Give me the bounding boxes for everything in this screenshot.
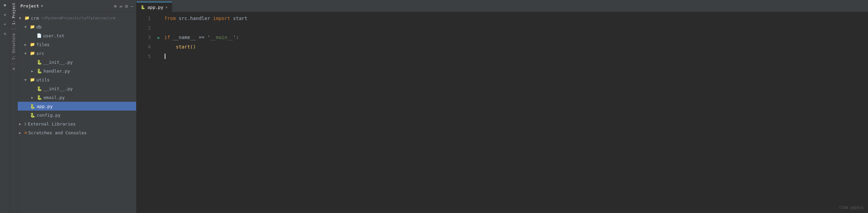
run-button-icon[interactable]: ▶: [158, 35, 160, 40]
tree-label-config: config.py: [37, 113, 60, 118]
arrow-scratches: ▶: [19, 131, 24, 135]
tab-close-button[interactable]: ✕: [165, 5, 168, 9]
file-tree: ▼ 📁 crm ~/PycharmProjects/luffyCourse/cr…: [18, 12, 136, 213]
tree-item-user-txt[interactable]: 📄 user.txt: [18, 31, 136, 40]
tree-item-files[interactable]: ▶ 📁 files: [18, 40, 136, 49]
tree-item-db[interactable]: ▼ 📁 db: [18, 22, 136, 31]
pyfile-icon-email: 🐍: [37, 95, 42, 100]
panel-title: Project: [20, 3, 39, 8]
panel-strip-structure[interactable]: 7: Structure: [11, 31, 16, 62]
activity-bar-project[interactable]: ≡: [1, 1, 9, 9]
activity-bar: ≡ ⊕ ⇌ ⚙: [0, 0, 10, 213]
token-main-str: __main__: [210, 33, 233, 42]
panel-strip: 1: Project 7: Structure ⊞: [10, 0, 18, 213]
editor-area: 🐍 app.py ✕ 1 2 3 4 5 from src.hand: [137, 0, 868, 213]
tree-path-crm: ~/PycharmProjects/luffyCourse/crm: [41, 16, 115, 20]
token-if: if: [164, 33, 170, 42]
token-from: from: [164, 14, 176, 23]
tree-label-ext-lib: External Libraries: [28, 121, 76, 127]
line-number-4: 4: [137, 42, 151, 52]
tree-label-handler: handler.py: [43, 69, 70, 74]
tree-item-init-utils[interactable]: 🐍 __init__.py: [18, 84, 136, 93]
panel-header: Project ▼ ⊕ ⇌ ⚙ —: [18, 0, 136, 12]
editor-tabs: 🐍 app.py ✕: [137, 0, 868, 12]
arrow-email: ▶: [31, 96, 37, 99]
tree-label-user-txt: user.txt: [43, 33, 65, 38]
token-import: import: [213, 14, 230, 23]
line-number-5: 5: [137, 52, 151, 61]
arrow-ext-lib: ▶: [19, 122, 24, 126]
run-gutter-3[interactable]: ▶: [158, 33, 164, 42]
tree-label-db: db: [36, 24, 42, 30]
tree-label-src: src: [36, 51, 44, 56]
tree-item-email[interactable]: ▶ 🐍 email.py: [18, 93, 136, 102]
panel-strip-bottom-icon[interactable]: ⊞: [13, 67, 15, 71]
code-line-4: start(): [158, 42, 868, 52]
tree-item-app[interactable]: 🐍 app.py: [18, 102, 136, 111]
panel-header-left: Project ▼: [20, 3, 43, 8]
token-start: start: [230, 14, 248, 23]
tree-item-src[interactable]: ▼ 📁 src: [18, 49, 136, 58]
tab-label: app.py: [147, 5, 163, 10]
line-number-1: 1: [137, 14, 151, 23]
activity-bar-sync[interactable]: ⇌: [1, 20, 9, 28]
code-lines[interactable]: from src.handler import start ▶ if __nam…: [153, 14, 868, 213]
code-line-1: from src.handler import start: [158, 14, 868, 23]
editor-wrapper: 🐍 app.py ✕ 1 2 3 4 5 from src.hand: [137, 0, 868, 213]
tree-label-app: app.py: [37, 104, 53, 109]
panel-sync-icon[interactable]: ⇌: [120, 3, 122, 9]
arrow-src: ▼: [24, 52, 30, 55]
text-cursor: [165, 54, 165, 59]
tree-item-handler[interactable]: ▶ 🐍 handler.py: [18, 66, 136, 75]
activity-bar-add[interactable]: ⊕: [1, 11, 9, 18]
watermark: CSDN @值秋白: [839, 205, 864, 210]
code-line-5: [158, 52, 868, 61]
pyfile-icon-config: 🐍: [30, 113, 35, 118]
token-quote1: ': [204, 33, 210, 42]
pyfile-icon-app: 🐍: [30, 104, 35, 109]
tree-item-crm[interactable]: ▼ 📁 crm ~/PycharmProjects/luffyCourse/cr…: [18, 14, 136, 22]
tree-label-scratches: Scratches and Consoles: [28, 130, 87, 135]
file-icon-user-txt: 📄: [37, 33, 42, 38]
arrow-files: ▶: [24, 43, 30, 46]
folder-icon-db: 📁: [30, 24, 35, 29]
file-tree-panel: Project ▼ ⊕ ⇌ ⚙ — ▼ 📁 crm ~/PycharmProje…: [18, 0, 137, 213]
tree-item-init-src[interactable]: 🐍 __init__.py: [18, 58, 136, 66]
tree-item-external-libraries[interactable]: ▶ ⫿ External Libraries: [18, 119, 136, 128]
token-start-call: start(): [176, 42, 196, 52]
panel-header-right: ⊕ ⇌ ⚙ —: [114, 3, 133, 9]
scratches-icon: ⚙: [24, 130, 27, 135]
code-line-2: [158, 23, 868, 33]
pyfile-icon-init-src: 🐍: [37, 60, 42, 65]
code-line-3: ▶ if __name__ == '__main__':: [158, 33, 868, 42]
line-number-2: 2: [137, 23, 151, 33]
tree-item-scratches[interactable]: ▶ ⚙ Scratches and Consoles: [18, 128, 136, 137]
token-quote2: ':: [233, 33, 239, 42]
line-numbers: 1 2 3 4 5: [137, 14, 153, 213]
panel-add-icon[interactable]: ⊕: [114, 3, 116, 9]
pyfile-icon-handler: 🐍: [37, 69, 42, 74]
token-eq: ==: [199, 33, 204, 42]
tree-label-utils: utils: [36, 77, 50, 82]
tree-label-crm: crm: [31, 16, 39, 21]
code-content: 1 2 3 4 5 from src.handler import start: [137, 12, 868, 213]
panel-minimize-icon[interactable]: —: [131, 3, 133, 9]
panel-strip-project[interactable]: 1: Project: [11, 0, 16, 27]
activity-bar-settings[interactable]: ⚙: [1, 30, 9, 37]
tree-label-init-src: __init__.py: [43, 60, 73, 65]
folder-icon-src: 📁: [30, 51, 35, 56]
panel-dropdown-icon[interactable]: ▼: [41, 4, 43, 8]
folder-icon-files: 📁: [30, 42, 35, 47]
pyfile-icon-init-utils: 🐍: [37, 86, 42, 91]
tab-file-icon: 🐍: [141, 5, 145, 9]
editor-tab-app-py[interactable]: 🐍 app.py ✕: [137, 2, 172, 12]
panel-settings-icon[interactable]: ⚙: [125, 3, 128, 9]
tree-item-utils[interactable]: ▼ 📁 utils: [18, 75, 136, 84]
arrow-crm: ▼: [19, 16, 24, 20]
tree-item-config[interactable]: 🐍 config.py: [18, 111, 136, 119]
arrow-handler: ▶: [31, 69, 37, 73]
line-number-3: 3: [137, 33, 151, 42]
tree-label-files: files: [36, 42, 50, 47]
arrow-db: ▼: [24, 25, 30, 29]
ext-lib-icon: ⫿: [24, 121, 26, 126]
